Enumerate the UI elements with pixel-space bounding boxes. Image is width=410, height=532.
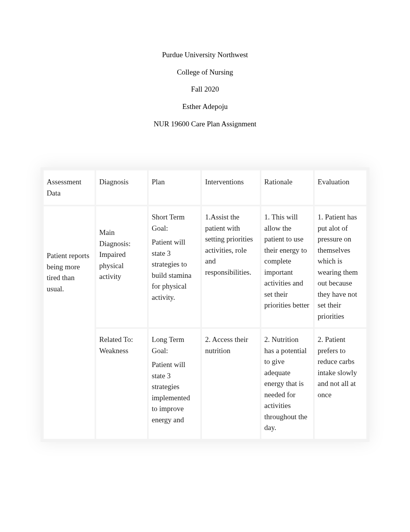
- plan-short-term-value: Patient will state 3 strategies to build…: [152, 238, 191, 301]
- heading-line-5: NUR 19600 Care Plan Assignment: [41, 119, 369, 129]
- header-assessment: Assessment Data: [44, 170, 95, 205]
- diagnosis-main-value: Impaired physical activity: [99, 250, 126, 280]
- cell-interventions-2: 2. Access their nutrition: [202, 329, 259, 439]
- header-diagnosis: Diagnosis: [96, 170, 147, 205]
- cell-diagnosis-1: Main Diagnosis: Impaired physical activi…: [96, 206, 147, 327]
- cell-diagnosis-2: Related To: Weakness: [96, 329, 147, 439]
- plan-short-term-label: Short Term Goal:: [152, 213, 185, 232]
- plan-long-term-value: Patient will state 3 strategies implemen…: [152, 360, 190, 424]
- plan-long-term-label: Long Term Goal:: [152, 335, 184, 355]
- heading-line-3: Fall 2020: [41, 85, 369, 94]
- diagnosis-related-value: Weakness: [99, 347, 129, 355]
- cell-plan-2: Long Term Goal: Patient will state 3 str…: [149, 329, 200, 439]
- cell-assessment: Patient reports being more tired than us…: [44, 206, 95, 439]
- header-evaluation: Evaluation: [315, 170, 366, 205]
- document-page: Purdue University Northwest College of N…: [0, 0, 410, 442]
- heading-line-4: Esther Adepoju: [41, 102, 369, 112]
- cell-rationale-2: 2. Nutrition has a potential to give ade…: [261, 329, 313, 439]
- cell-evaluation-1: 1. Patient has put alot of pressure on t…: [315, 206, 366, 327]
- header-plan: Plan: [149, 170, 200, 205]
- diagnosis-main-label: Main Diagnosis:: [99, 228, 130, 248]
- care-plan-table-wrap: Assessment Data Diagnosis Plan Intervent…: [41, 167, 369, 442]
- care-plan-table: Assessment Data Diagnosis Plan Intervent…: [41, 167, 369, 442]
- cell-interventions-1: 1.Assist the patient with setting priori…: [202, 206, 259, 327]
- header-rationale: Rationale: [261, 170, 313, 205]
- cell-plan-1: Short Term Goal: Patient will state 3 st…: [149, 206, 200, 327]
- diagnosis-related-label: Related To:: [99, 335, 133, 343]
- table-row: Patient reports being more tired than us…: [44, 206, 366, 327]
- table-header-row: Assessment Data Diagnosis Plan Intervent…: [44, 170, 366, 205]
- heading-line-1: Purdue University Northwest: [41, 50, 369, 60]
- header-interventions: Interventions: [202, 170, 259, 205]
- heading-line-2: College of Nursing: [41, 68, 369, 77]
- cell-evaluation-2: 2. Patient prefers to reduce carbs intak…: [315, 329, 366, 439]
- cell-rationale-1: 1. This will allow the patient to use th…: [261, 206, 313, 327]
